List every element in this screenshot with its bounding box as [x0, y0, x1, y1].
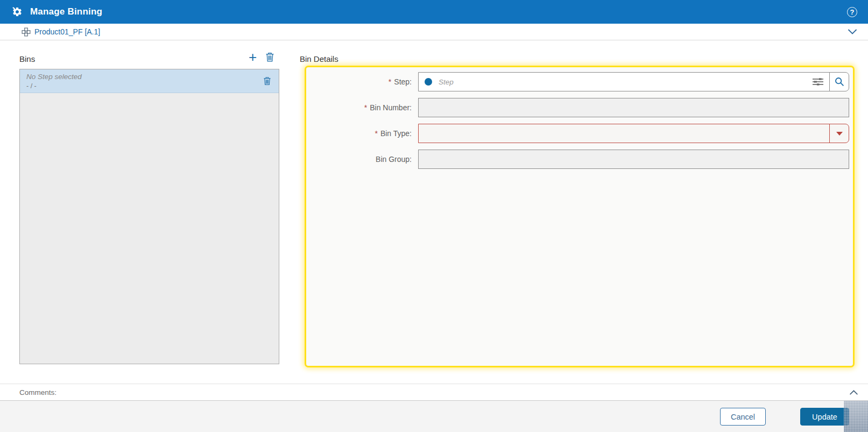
required-asterisk: *	[364, 103, 367, 112]
chevron-down-icon[interactable]	[848, 29, 857, 35]
main-content: Bins + No Step selected - / -	[0, 40, 868, 384]
required-asterisk: *	[375, 129, 377, 138]
bin-item-title: No Step selected	[26, 72, 272, 82]
bin-number-label: * Bin Number:	[306, 98, 412, 117]
chevron-up-icon[interactable]	[849, 389, 858, 395]
context-bar: Product01_PF [A.1]	[0, 24, 868, 40]
title-bar: Manage Binning ?	[0, 0, 868, 24]
bin-group-field-row: Bin Group:	[306, 150, 853, 169]
manage-binning-window: Manage Binning ? Product01_PF [A.1] Bins…	[0, 0, 868, 432]
bins-panel-title: Bins	[19, 54, 35, 63]
cursor-artifact	[844, 401, 868, 432]
bin-group-input[interactable]	[418, 150, 849, 169]
bin-type-dropdown[interactable]	[418, 124, 849, 143]
bin-type-dropdown-button[interactable]	[829, 124, 849, 143]
filter-icon[interactable]	[812, 77, 824, 86]
step-label: * Step:	[306, 72, 412, 91]
bin-type-value	[419, 124, 829, 143]
add-bin-button[interactable]: +	[249, 51, 257, 63]
bins-list: No Step selected - / -	[19, 69, 279, 364]
bin-number-input[interactable]	[418, 98, 849, 117]
bin-number-field-row: * Bin Number:	[306, 98, 853, 117]
dropdown-arrow-icon	[836, 132, 843, 136]
step-lookup-field	[418, 72, 849, 91]
required-asterisk: *	[389, 77, 391, 86]
step-input[interactable]	[439, 78, 812, 86]
bin-item-subtitle: - / -	[26, 82, 272, 90]
bins-actions: +	[249, 51, 274, 63]
bin-type-label: * Bin Type:	[306, 124, 412, 143]
bin-list-item-selected[interactable]: No Step selected - / -	[20, 69, 279, 93]
bin-type-field-row: * Bin Type:	[306, 124, 853, 143]
page-title: Manage Binning	[30, 6, 102, 17]
bin-group-label: Bin Group:	[306, 150, 412, 169]
step-field-row: * Step:	[306, 72, 853, 91]
gear-icon	[12, 6, 23, 17]
update-button[interactable]: Update	[800, 408, 849, 426]
delete-bin-button[interactable]	[265, 52, 274, 62]
product-link[interactable]: Product01_PF [A.1]	[34, 27, 100, 36]
comments-bar: Comments:	[0, 384, 868, 401]
product-icon	[22, 27, 31, 37]
help-icon[interactable]: ?	[847, 7, 857, 17]
bin-details-title: Bin Details	[300, 54, 338, 63]
bin-details-form: * Step:	[305, 66, 855, 367]
delete-bin-item-button[interactable]	[263, 76, 271, 86]
step-search-button[interactable]	[829, 73, 849, 91]
footer-bar: Cancel Update	[0, 401, 868, 432]
cancel-button[interactable]: Cancel	[720, 408, 766, 426]
step-status-dot-icon	[425, 78, 432, 86]
comments-label: Comments:	[19, 384, 57, 401]
